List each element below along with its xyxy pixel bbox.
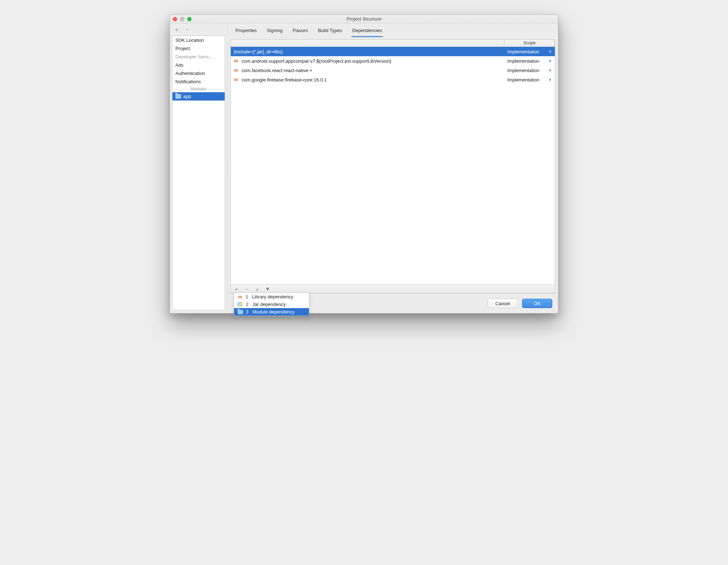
chevron-down-icon: ▼ — [548, 50, 552, 54]
sidebar-tree: SDK Location Project Developer Servi... … — [172, 36, 225, 310]
col-header-scope[interactable]: Scope — [504, 40, 555, 46]
remove-dependency-button[interactable]: － — [244, 286, 250, 292]
sidebar-item-project[interactable]: Project — [172, 44, 225, 53]
dependency-name: com.facebook.react:react-native:+ — [242, 68, 312, 73]
jar-icon — [238, 302, 243, 307]
sidebar: ＋ － SDK Location Project Developer Servi… — [170, 23, 228, 313]
scope-dropdown[interactable]: Implementation ▼ — [504, 58, 555, 64]
menu-label: Module dependency — [252, 309, 295, 315]
dependency-name: com.android.support:appcompat-v7:${rootP… — [242, 58, 391, 64]
tab-flavors[interactable]: Flavors — [292, 27, 309, 37]
table-header: Scope — [231, 40, 555, 47]
tab-dependencies[interactable]: Dependencies — [351, 27, 383, 37]
table-body: {include=[*.jar], dir=libs} Implementati… — [231, 47, 555, 284]
move-up-button[interactable]: ▲ — [255, 286, 260, 292]
chevron-down-icon: ▼ — [548, 59, 552, 63]
tab-build-types[interactable]: Build Types — [317, 27, 343, 37]
sidebar-item-notifications[interactable]: Notifications — [172, 77, 225, 86]
folder-icon — [175, 94, 181, 99]
add-module-button[interactable]: ＋ — [174, 26, 180, 33]
scope-value: Implementation — [507, 68, 539, 73]
menu-index: 2 — [246, 302, 250, 307]
ok-button[interactable]: OK — [522, 299, 552, 308]
sidebar-item-ads[interactable]: Ads — [172, 61, 225, 69]
sidebar-toolbar: ＋ － — [170, 23, 227, 35]
table-row[interactable]: m com.facebook.react:react-native:+ Impl… — [231, 66, 555, 75]
scope-value: Implementation — [507, 77, 539, 83]
maven-icon: m — [234, 68, 239, 73]
scope-dropdown[interactable]: Implementation ▼ — [504, 68, 555, 73]
table-row[interactable]: {include=[*.jar], dir=libs} Implementati… — [231, 47, 555, 56]
menu-label: Library dependency — [252, 294, 293, 299]
remove-module-button[interactable]: － — [184, 26, 191, 33]
window-title: Project Structure — [170, 16, 558, 22]
module-name: app — [183, 94, 191, 99]
menu-index: 1 — [246, 294, 249, 299]
col-header-name[interactable] — [231, 40, 504, 46]
chevron-down-icon: ▼ — [548, 78, 552, 82]
table-row[interactable]: m com.google.firebase:firebase-core:16.0… — [231, 75, 555, 84]
right-pane: Properties Signing Flavors Build Types D… — [228, 23, 558, 313]
add-dependency-menu: m 1 Library dependency 2 Jar dependency … — [234, 293, 309, 316]
cancel-button[interactable]: Cancel — [487, 299, 518, 308]
project-structure-window: Project Structure ＋ － SDK Location Proje… — [170, 14, 558, 313]
titlebar: Project Structure — [170, 15, 558, 23]
folder-icon — [238, 310, 243, 314]
sidebar-item-developer-services[interactable]: Developer Servi... — [172, 53, 225, 61]
menu-label: Jar dependency — [252, 302, 286, 307]
content: ＋ － SDK Location Project Developer Servi… — [170, 23, 558, 313]
scope-dropdown[interactable]: Implementation ▼ — [504, 77, 555, 83]
menu-item-library-dependency[interactable]: m 1 Library dependency — [234, 293, 309, 301]
tab-bar: Properties Signing Flavors Build Types D… — [228, 23, 558, 37]
sidebar-modules-header: Modules — [172, 86, 225, 92]
sidebar-modules-label: Modules — [190, 86, 207, 92]
scope-dropdown[interactable]: Implementation ▼ — [504, 49, 555, 54]
split-grip[interactable] — [225, 161, 228, 175]
maven-icon: m — [234, 58, 239, 63]
menu-item-module-dependency[interactable]: 3 Module dependency — [234, 308, 309, 316]
dependency-toolbar: ＋ － ▲ ▼ m 1 Library dependency 2 — [231, 284, 555, 293]
tab-properties[interactable]: Properties — [235, 27, 257, 37]
move-down-button[interactable]: ▼ — [265, 286, 270, 292]
dependencies-table: Scope {include=[*.jar], dir=libs} Implem… — [230, 39, 555, 293]
sidebar-item-sdk-location[interactable]: SDK Location — [172, 36, 225, 44]
dependency-name: {include=[*.jar], dir=libs} — [234, 49, 283, 54]
menu-item-jar-dependency[interactable]: 2 Jar dependency — [234, 301, 309, 308]
add-dependency-button[interactable]: ＋ — [234, 286, 239, 292]
scope-value: Implementation — [507, 58, 539, 64]
chevron-down-icon: ▼ — [548, 68, 552, 72]
table-row[interactable]: m com.android.support:appcompat-v7:${roo… — [231, 56, 555, 66]
sidebar-item-authentication[interactable]: Authentication — [172, 69, 225, 77]
menu-index: 3 — [246, 309, 250, 315]
scope-value: Implementation — [507, 49, 539, 54]
dependency-name: com.google.firebase:firebase-core:16.0.1 — [242, 77, 327, 83]
tab-signing[interactable]: Signing — [266, 27, 283, 37]
sidebar-module-app[interactable]: app — [172, 92, 225, 101]
maven-icon: m — [238, 294, 243, 299]
maven-icon: m — [234, 77, 239, 82]
